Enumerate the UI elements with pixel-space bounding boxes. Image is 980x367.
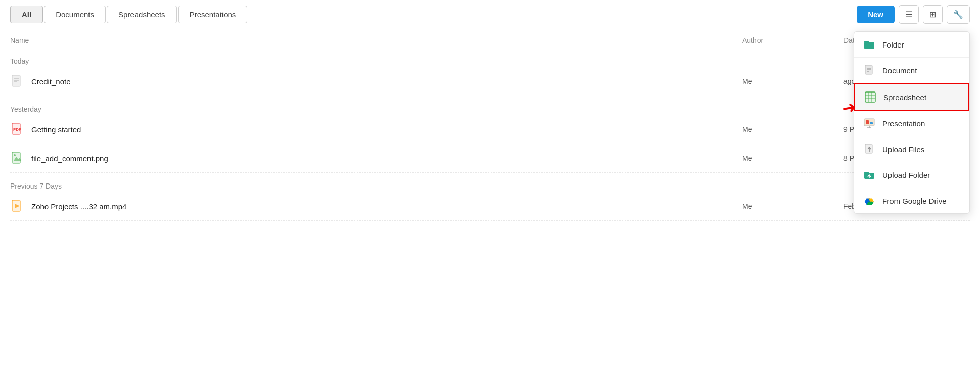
- file-author: Me: [742, 202, 843, 210]
- upload-file-icon: [863, 143, 875, 155]
- col-name: Name: [10, 36, 742, 44]
- menu-spreadsheet-label: Spreadsheet: [883, 93, 926, 102]
- svg-rect-12: [866, 120, 869, 124]
- file-name: Zoho Projects ....32 am.mp4: [31, 202, 126, 211]
- table-row[interactable]: file_add_comment.png Me 8 PM: [10, 144, 970, 173]
- main-content: Name Author Date Today Credit_note Me ag…: [0, 29, 980, 221]
- doc-file-icon: [10, 74, 24, 88]
- menu-item-document[interactable]: Document: [854, 58, 969, 83]
- file-author: Me: [742, 77, 843, 85]
- svg-rect-6: [865, 92, 875, 102]
- menu-item-google-drive[interactable]: From Google Drive: [854, 188, 969, 213]
- file-name: Getting started: [31, 125, 81, 134]
- menu-presentation-label: Presentation: [882, 119, 925, 128]
- menu-document-label: Document: [882, 66, 917, 75]
- video-file-icon: [10, 199, 24, 213]
- menu-item-upload-files[interactable]: Upload Files: [854, 136, 969, 162]
- tab-spreadsheets[interactable]: Spreadsheets: [107, 6, 177, 23]
- col-author: Author: [742, 36, 843, 44]
- tab-documents[interactable]: Documents: [44, 6, 106, 23]
- menu-folder-label: Folder: [882, 40, 904, 49]
- table-row[interactable]: Zoho Projects ....32 am.mp4 Me Feb 22: [10, 192, 970, 221]
- svg-rect-19: [864, 172, 869, 174]
- table-row[interactable]: Credit_note Me ago: [10, 67, 970, 96]
- image-file-icon: [10, 151, 24, 165]
- file-name-cell: Zoho Projects ....32 am.mp4: [10, 199, 742, 213]
- new-dropdown-menu: Folder Document: [854, 31, 970, 214]
- grid-icon: ⊞: [929, 10, 936, 19]
- menu-google-drive-label: From Google Drive: [882, 197, 947, 205]
- presentation-icon: [863, 117, 875, 129]
- svg-text:PDF: PDF: [13, 127, 21, 132]
- tab-all[interactable]: All: [10, 6, 43, 23]
- wrench-icon: 🔧: [953, 10, 963, 19]
- settings-button[interactable]: 🔧: [947, 5, 970, 24]
- document-icon: [863, 64, 875, 76]
- svg-rect-21: [12, 75, 20, 86]
- tab-presentations[interactable]: Presentations: [178, 6, 248, 23]
- group-yesterday: Yesterday: [10, 96, 970, 115]
- menu-item-spreadsheet[interactable]: Spreadsheet: [854, 83, 969, 111]
- new-button[interactable]: New: [857, 6, 895, 23]
- column-headers: Name Author Date: [10, 29, 970, 48]
- table-row[interactable]: PDF Getting started Me 9 PM: [10, 115, 970, 144]
- group-today: Today: [10, 48, 970, 67]
- file-author: Me: [742, 125, 843, 133]
- svg-point-29: [14, 154, 16, 156]
- spreadsheet-icon: [864, 91, 876, 103]
- menu-upload-folder-label: Upload Folder: [882, 171, 930, 179]
- file-name-cell: file_add_comment.png: [10, 151, 742, 165]
- svg-rect-1: [864, 41, 869, 43]
- file-name: Credit_note: [31, 77, 71, 86]
- upload-folder-icon: [863, 169, 875, 181]
- file-name: file_add_comment.png: [31, 154, 108, 163]
- svg-rect-16: [865, 144, 872, 153]
- menu-item-folder[interactable]: Folder: [854, 32, 969, 58]
- file-name-cell: PDF Getting started: [10, 122, 742, 136]
- tabs: All Documents Spreadsheets Presentations: [10, 6, 247, 23]
- file-author: Me: [742, 154, 843, 162]
- menu-upload-files-label: Upload Files: [882, 145, 924, 154]
- folder-icon: [863, 38, 875, 51]
- menu-item-presentation[interactable]: Presentation: [854, 111, 969, 136]
- svg-rect-13: [870, 122, 873, 124]
- list-view-button[interactable]: ☰: [899, 5, 919, 24]
- toolbar-right: New ☰ ⊞ 🔧 Folder: [857, 5, 970, 24]
- svg-rect-0: [864, 42, 874, 49]
- pdf-file-icon: PDF: [10, 122, 24, 136]
- group-prev7days: Previous 7 Days: [10, 173, 970, 192]
- tab-bar: All Documents Spreadsheets Presentations…: [0, 0, 980, 29]
- menu-item-upload-folder[interactable]: Upload Folder: [854, 162, 969, 188]
- google-drive-icon: [863, 195, 875, 207]
- list-icon: ☰: [905, 10, 912, 19]
- grid-view-button[interactable]: ⊞: [923, 5, 943, 24]
- file-name-cell: Credit_note: [10, 74, 742, 88]
